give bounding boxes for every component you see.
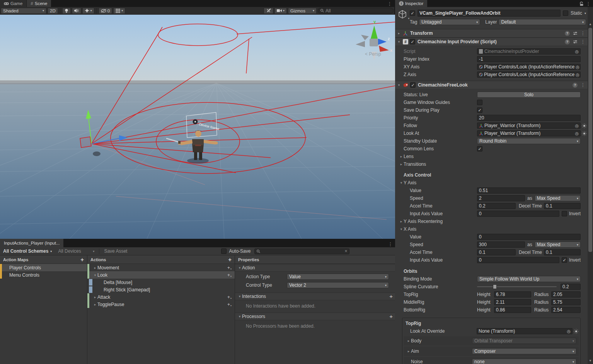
- y-axis-foldout-row[interactable]: ▾ Y Axis: [395, 179, 588, 187]
- x-value-field[interactable]: 0: [477, 234, 581, 240]
- player-index-field[interactable]: -1: [477, 56, 581, 62]
- add-binding-button[interactable]: +▾: [227, 302, 232, 307]
- freelook-component-header[interactable]: ▾ ✓ CinemachineFreeLook ? ⋮: [395, 81, 588, 89]
- look-at-override-field[interactable]: None (Transform) ◎: [477, 328, 573, 334]
- grid-dropdown-button[interactable]: ▾: [113, 8, 125, 14]
- x-speed-field[interactable]: 300: [477, 242, 525, 248]
- ia-search-input[interactable]: ×: [254, 248, 349, 254]
- spline-curvature-slider[interactable]: [477, 286, 557, 287]
- interactions-section-header[interactable]: ▾ Interactions +: [235, 293, 395, 300]
- object-picker-icon[interactable]: ◎: [574, 65, 579, 70]
- x-accel-field[interactable]: 0.1: [477, 249, 516, 255]
- follow-field[interactable]: Player_Warrior (Transform) ◎: [477, 122, 581, 129]
- aim-dropdown[interactable]: Composer ▾: [472, 348, 576, 354]
- tab-game[interactable]: Game: [0, 0, 27, 7]
- y-invert-checkbox[interactable]: [562, 211, 567, 216]
- transform-component-header[interactable]: ▸ Transform ? ⋮: [395, 29, 588, 37]
- foldout-icon[interactable]: ▸: [93, 295, 97, 299]
- add-binding-button[interactable]: +▾: [227, 294, 232, 300]
- tab-scene[interactable]: # Scene: [27, 0, 51, 7]
- inspector-menu-icon[interactable]: ⋮: [584, 1, 593, 7]
- y-speed-mode-dropdown[interactable]: Max Speed ▾: [535, 195, 581, 201]
- middlerig-radius-field[interactable]: 5.75: [551, 299, 581, 305]
- x-speed-mode-dropdown[interactable]: Max Speed ▾: [535, 242, 581, 248]
- foldout-icon[interactable]: ▾: [93, 273, 97, 277]
- x-axis-foldout-row[interactable]: ▾ X Axis: [395, 225, 588, 233]
- add-action-map-button[interactable]: +: [80, 257, 84, 262]
- gameobject-name-field[interactable]: VCam_SinglePlayer_FollowAndOrbit: [417, 10, 561, 17]
- gear-icon[interactable]: [582, 131, 587, 136]
- presets-icon[interactable]: [573, 31, 578, 36]
- control-type-dropdown[interactable]: Vector 2 ▾: [287, 282, 389, 288]
- lock-icon[interactable]: [579, 2, 584, 6]
- foldout-icon[interactable]: ▸: [93, 266, 97, 270]
- help-icon[interactable]: ?: [573, 83, 578, 88]
- foldout-icon[interactable]: ▸: [406, 339, 411, 343]
- save-during-play-checkbox[interactable]: ✓: [477, 107, 482, 113]
- tab-input-actions[interactable]: InputActions_Player (Input...: [0, 239, 64, 247]
- effects-dropdown-button[interactable]: ▾: [82, 8, 94, 14]
- scroll-up-icon[interactable]: ▲: [588, 22, 593, 26]
- static-dropdown-icon[interactable]: ▾: [584, 12, 586, 15]
- add-action-button[interactable]: +: [228, 257, 232, 262]
- presets-icon[interactable]: [573, 39, 578, 44]
- foldout-icon[interactable]: ▾: [397, 40, 401, 44]
- processors-section-header[interactable]: ▾ Processors +: [235, 313, 395, 320]
- scroll-down-icon[interactable]: ▼: [588, 359, 593, 362]
- control-schemes-dropdown[interactable]: All Control Schemes ▾: [2, 247, 55, 255]
- lens-foldout-row[interactable]: ▸ Lens: [395, 153, 588, 160]
- layer-dropdown[interactable]: Default ▾: [499, 19, 586, 25]
- middlerig-height-field[interactable]: 2.11: [494, 299, 531, 305]
- tools-button[interactable]: [264, 8, 273, 14]
- object-picker-icon[interactable]: ◎: [574, 72, 579, 77]
- help-icon[interactable]: ?: [565, 39, 570, 44]
- action-type-dropdown[interactable]: Value ▾: [287, 274, 389, 280]
- scene-viewport[interactable]: Device Name: [0, 15, 395, 239]
- shading-mode-dropdown[interactable]: Shaded ▾: [1, 8, 46, 14]
- y-input-axis-field[interactable]: 0: [477, 211, 559, 217]
- scene-panel-menu-icon[interactable]: ⋮: [385, 1, 394, 7]
- lighting-toggle-button[interactable]: [62, 8, 71, 14]
- scrollbar-thumb[interactable]: [588, 28, 592, 252]
- object-picker-icon[interactable]: ◎: [566, 329, 571, 334]
- component-menu-icon[interactable]: ⋮: [581, 39, 585, 45]
- look-at-field[interactable]: Player_Warrior (Transform) ◎: [477, 130, 581, 136]
- hidden-objects-button[interactable]: 0: [99, 8, 112, 14]
- action-item[interactable]: ▸ Attack +▾: [87, 293, 235, 301]
- standby-update-dropdown[interactable]: Round Robin ▾: [477, 138, 581, 144]
- camera-settings-button[interactable]: ▾: [274, 8, 287, 14]
- common-lens-checkbox[interactable]: ✓: [477, 146, 482, 151]
- slider-thumb[interactable]: [493, 284, 497, 289]
- auto-save-checkbox[interactable]: [221, 248, 227, 254]
- y-value-field[interactable]: 0.51: [477, 187, 581, 194]
- action-item[interactable]: ▸ TogglePause +▾: [87, 301, 235, 308]
- binding-item[interactable]: Delta [Mouse]: [87, 279, 235, 286]
- binding-item[interactable]: Right Stick [Gamepad]: [87, 286, 235, 293]
- gear-icon[interactable]: [582, 123, 587, 128]
- component-enabled-checkbox[interactable]: ✓: [410, 82, 416, 88]
- gameobject-cube-icon[interactable]: ▾: [397, 9, 407, 19]
- foldout-icon[interactable]: ▸: [397, 31, 401, 35]
- toggle-2d-button[interactable]: 2D: [48, 8, 58, 14]
- component-menu-icon[interactable]: ⋮: [581, 30, 585, 36]
- inspector-scrollbar[interactable]: ▲ ▼: [588, 7, 593, 364]
- transitions-foldout-row[interactable]: ▸ Transitions: [395, 160, 588, 168]
- action-section-header[interactable]: ▾ Action: [235, 264, 395, 272]
- x-decel-field[interactable]: 0.1: [544, 249, 581, 255]
- x-input-axis-field[interactable]: 0: [477, 257, 559, 263]
- foldout-icon[interactable]: ▾: [397, 83, 401, 87]
- y-recentering-foldout-row[interactable]: ▸ Y Axis Recentering: [395, 218, 588, 225]
- add-interaction-button[interactable]: +: [389, 294, 393, 299]
- y-decel-field[interactable]: 0.1: [544, 203, 581, 209]
- active-checkbox[interactable]: ✓: [410, 10, 415, 16]
- add-processor-button[interactable]: +: [389, 314, 393, 319]
- foldout-icon[interactable]: ▸: [93, 303, 97, 306]
- gizmos-dropdown[interactable]: Gizmos ▾: [288, 8, 317, 14]
- add-binding-button[interactable]: +▾: [227, 265, 232, 270]
- clear-search-icon[interactable]: ×: [344, 248, 347, 254]
- x-invert-checkbox[interactable]: ✓: [562, 257, 567, 263]
- action-item[interactable]: ▸ Movement +▾: [87, 264, 235, 271]
- binding-mode-dropdown[interactable]: Simple Follow With World Up ▾: [477, 276, 581, 282]
- priority-field[interactable]: 20: [477, 115, 581, 121]
- action-map-item[interactable]: Player Controls: [0, 264, 87, 271]
